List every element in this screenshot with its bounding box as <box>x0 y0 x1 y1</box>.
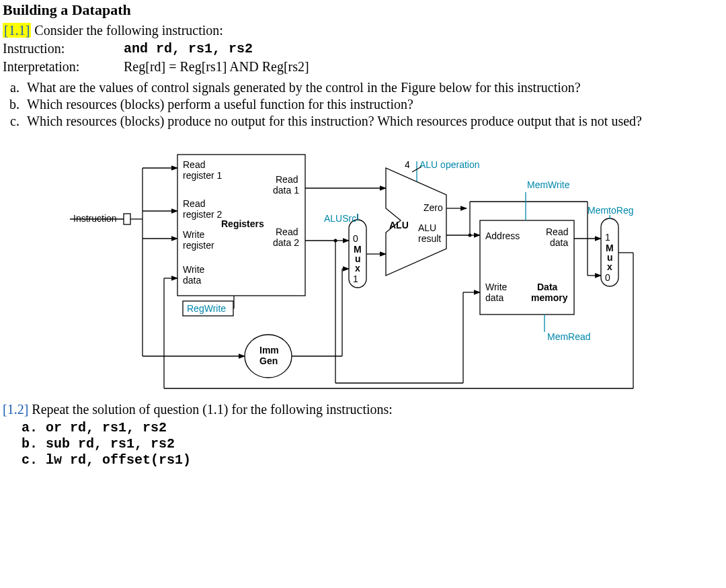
instruction-code: and rd, rs1, rs2 <box>124 41 253 56</box>
reg-read-data1-a: Read <box>276 174 298 185</box>
interpretation-label: Interpretation: <box>3 59 124 75</box>
question-1-1: [1.1] Consider the following instruction… <box>3 23 723 38</box>
memtoreg-signal: MemtoReg <box>588 205 633 216</box>
reg-read-data2-b: data 2 <box>273 237 299 248</box>
reg-read-reg1-a: Read <box>183 159 205 170</box>
q2-c: c. lw rd, offset(rs1) <box>22 452 723 468</box>
q1-a: What are the values of control signals g… <box>23 80 723 95</box>
regwrite-signal: RegWrite <box>187 303 226 314</box>
memread-signal: MemRead <box>547 331 591 342</box>
reg-read-reg1-b: register 1 <box>183 170 223 181</box>
reg-write-reg-b: register <box>183 240 214 251</box>
q2-a: a. or rd, rs1, rs2 <box>22 420 723 435</box>
interpretation-row: Interpretation: Reg[rd] = Reg[rs1] AND R… <box>3 59 723 75</box>
mem-write-data-1: Write <box>485 282 508 292</box>
question-1-2: [1.2] Repeat the solution of question (1… <box>3 402 723 417</box>
memwrite-signal: MemWrite <box>527 179 570 190</box>
alu-result-label-2: result <box>418 233 441 244</box>
mem-address-label: Address <box>485 230 520 241</box>
imm-gen-label-2: Gen <box>259 355 278 366</box>
question-list: What are the values of control signals g… <box>23 80 723 129</box>
datapath-diagram: Instruction Read register 1 Read registe… <box>70 141 723 390</box>
reg-write-data-b: data <box>183 275 201 286</box>
instruction-label: Instruction: <box>3 41 124 56</box>
alusrc-signal: ALUSrc <box>324 213 356 224</box>
mux2-x: x <box>607 261 612 272</box>
mux1-in0: 0 <box>353 233 358 244</box>
mux1-in1: 1 <box>353 274 358 284</box>
alu-label: ALU <box>389 220 409 230</box>
register-file-title: Registers <box>221 218 264 229</box>
q2-instruction-list: a. or rd, rs1, rs2 b. sub rd, rs1, rs2 c… <box>22 420 723 468</box>
q1-lead: Consider the following instruction: <box>34 23 223 38</box>
data-memory-title-1: Data <box>537 282 558 292</box>
mux1-x: x <box>355 263 360 274</box>
alu-op-width: 4 <box>405 159 410 170</box>
q2-lead: Repeat the solution of question (1.1) fo… <box>32 402 393 417</box>
mem-read-data-1: Read <box>546 226 568 237</box>
page-title: Building a Datapath <box>3 1 723 19</box>
reg-read-data2-a: Read <box>276 226 298 237</box>
svg-rect-0 <box>124 214 130 224</box>
reg-read-reg2-b: register 2 <box>183 209 223 220</box>
mem-read-data-2: data <box>550 237 568 248</box>
reg-write-data-a: Write <box>183 264 205 275</box>
q1-b: Which resources (blocks) perform a usefu… <box>23 97 723 112</box>
qnum-1-1: [1.1] <box>3 23 31 38</box>
instruction-label-diagram: Instruction <box>73 213 117 224</box>
mux2-in0: 0 <box>605 272 610 283</box>
alu-operation-signal: ALU operation <box>419 159 480 170</box>
reg-write-reg-a: Write <box>183 229 205 240</box>
q1-c: Which resources (blocks) produce no outp… <box>23 114 723 129</box>
mux2-in1: 1 <box>605 232 610 243</box>
q2-b: b. sub rd, rs1, rs2 <box>22 436 723 452</box>
alu-result-label-1: ALU <box>418 222 436 233</box>
alu-zero-label: Zero <box>424 202 443 213</box>
reg-read-data1-b: data 1 <box>273 185 299 196</box>
mem-write-data-2: data <box>485 292 503 303</box>
interpretation-text: Reg[rd] = Reg[rs1] AND Reg[rs2] <box>124 59 309 75</box>
instruction-row: Instruction: and rd, rs1, rs2 <box>3 41 723 56</box>
qnum-1-2: [1.2] <box>3 402 28 417</box>
data-memory-title-2: memory <box>531 292 568 303</box>
imm-gen-label-1: Imm <box>259 345 279 355</box>
reg-read-reg2-a: Read <box>183 198 205 209</box>
